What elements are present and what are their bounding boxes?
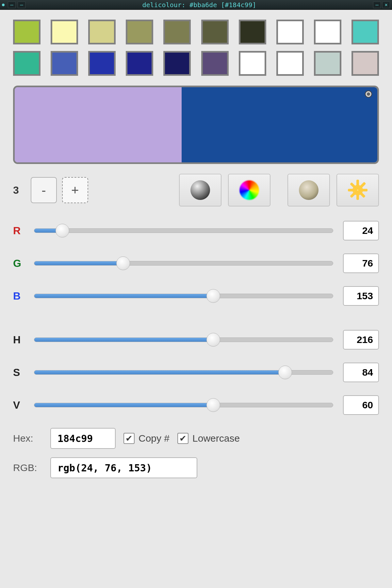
palette-swatch[interactable] [51, 20, 78, 44]
rgb-label: RGB: [13, 462, 42, 473]
color-palette [13, 20, 379, 76]
palette-row-2 [13, 51, 379, 76]
slider-label-g: G [13, 257, 24, 270]
slider-label-v: V [13, 399, 24, 411]
window-title: delicolour: #bba6de [#184c99] [25, 1, 373, 9]
palette-swatch[interactable] [13, 51, 41, 76]
palette-swatch[interactable] [314, 20, 341, 44]
gray-sphere-icon [190, 180, 210, 200]
step-decrement-button[interactable]: - [31, 177, 57, 203]
close-button[interactable]: × [382, 2, 390, 8]
slider-label-b: B [13, 290, 24, 302]
slider-b[interactable] [34, 294, 333, 298]
slider-row-s: S [13, 363, 379, 382]
rainbow-sphere-icon [239, 180, 259, 200]
slider-label-r: R [13, 225, 24, 237]
darken-button[interactable] [287, 174, 330, 206]
palette-swatch[interactable] [351, 51, 379, 76]
slider-thumb-v[interactable] [206, 398, 220, 412]
slider-row-b: B [13, 286, 379, 306]
slider-thumb-g[interactable] [116, 256, 130, 270]
rgb-input[interactable] [50, 457, 197, 478]
copy-hash-checkbox[interactable]: ✔ Copy # [123, 433, 170, 444]
value-h-input[interactable] [343, 330, 379, 350]
hex-label: Hex: [13, 433, 42, 444]
slider-thumb-b[interactable] [206, 289, 220, 303]
slider-thumb-h[interactable] [206, 333, 220, 347]
desaturate-button[interactable] [179, 174, 221, 206]
titlebar-indicator-icon [2, 4, 5, 6]
compare-left-color[interactable] [15, 87, 196, 162]
palette-swatch[interactable] [163, 51, 191, 76]
value-s-input[interactable] [343, 363, 379, 382]
palette-swatch[interactable] [239, 51, 266, 76]
active-indicator-icon [366, 91, 371, 97]
sliders-section: R G B H [13, 221, 379, 415]
slider-thumb-s[interactable] [278, 366, 292, 379]
copy-hash-label: Copy # [139, 433, 170, 444]
sun-icon [347, 180, 368, 201]
slider-h[interactable] [34, 337, 333, 342]
slider-row-h: H [13, 330, 379, 350]
slider-v[interactable] [34, 403, 333, 407]
window-titlebar: — — delicolour: #bba6de [#184c99] — × [0, 0, 392, 10]
slider-row-v: V [13, 395, 379, 415]
checkbox-icon: ✔ [177, 433, 188, 444]
palette-swatch[interactable] [51, 51, 78, 76]
palette-swatch[interactable] [201, 20, 229, 44]
slider-row-r: R [13, 221, 379, 240]
palette-swatch[interactable] [88, 51, 116, 76]
lighten-button[interactable] [336, 174, 379, 206]
window-menu-button[interactable]: — [8, 2, 16, 8]
slider-label-h: H [13, 334, 24, 346]
slider-thumb-r[interactable] [56, 224, 69, 237]
palette-swatch[interactable] [201, 51, 229, 76]
window-shade-button[interactable]: — [18, 2, 25, 8]
palette-swatch[interactable] [13, 20, 41, 44]
value-v-input[interactable] [343, 395, 379, 415]
slider-s[interactable] [34, 370, 333, 375]
checkbox-icon: ✔ [123, 433, 135, 444]
step-increment-button[interactable]: + [62, 177, 88, 203]
palette-swatch[interactable] [88, 20, 116, 44]
value-b-input[interactable] [343, 286, 379, 306]
palette-swatch[interactable] [239, 20, 266, 44]
palette-swatch[interactable] [126, 51, 153, 76]
rgb-output-row: RGB: [13, 457, 379, 478]
palette-swatch[interactable] [126, 20, 153, 44]
compare-right-color[interactable] [182, 87, 377, 162]
controls-row: 3 - + [13, 174, 379, 206]
slider-row-g: G [13, 253, 379, 273]
palette-swatch[interactable] [276, 51, 304, 76]
color-compare-panel[interactable] [13, 86, 379, 164]
hex-input[interactable] [50, 428, 116, 449]
slider-r[interactable] [34, 228, 333, 233]
slider-label-s: S [13, 367, 24, 379]
palette-swatch[interactable] [351, 20, 379, 44]
value-r-input[interactable] [343, 221, 379, 240]
lowercase-checkbox[interactable]: ✔ Lowercase [177, 433, 240, 444]
palette-swatch[interactable] [163, 20, 191, 44]
moon-icon [299, 180, 318, 200]
value-g-input[interactable] [343, 253, 379, 273]
palette-swatch[interactable] [314, 51, 341, 76]
step-value: 3 [13, 184, 19, 196]
palette-row-1 [13, 20, 379, 44]
slider-g[interactable] [34, 261, 333, 266]
palette-swatch[interactable] [276, 20, 304, 44]
lowercase-label: Lowercase [192, 433, 240, 444]
minimize-button[interactable]: — [373, 2, 381, 8]
hex-output-row: Hex: ✔ Copy # ✔ Lowercase [13, 428, 379, 449]
saturate-button[interactable] [228, 174, 270, 206]
